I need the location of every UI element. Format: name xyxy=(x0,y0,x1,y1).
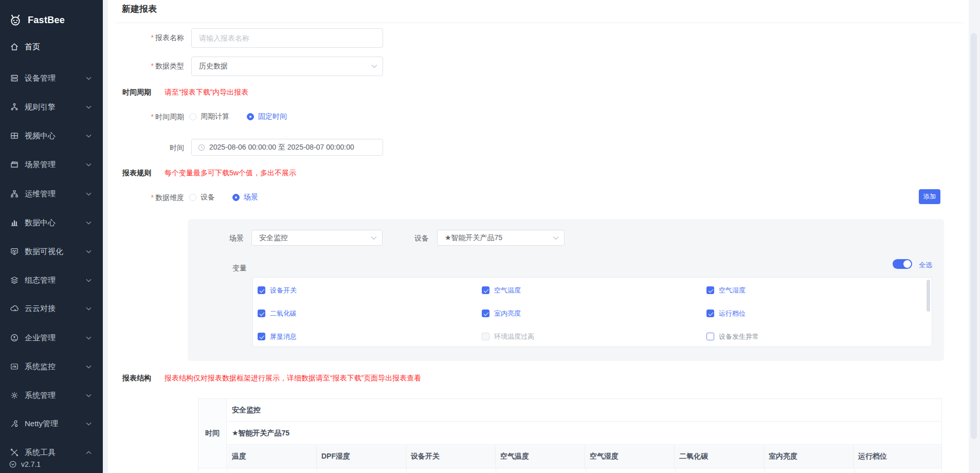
sidebar-item-video-center[interactable]: 视频中心 xyxy=(0,124,103,147)
chevron-down-icon xyxy=(86,365,92,369)
required-mark: * xyxy=(151,193,154,202)
clock-icon xyxy=(198,144,205,151)
checkbox-var-3[interactable]: 二氧化碳 xyxy=(258,302,482,325)
sidebar-item-system-monitor[interactable]: 系统监控 xyxy=(0,355,103,378)
checkbox-var-8[interactable]: 设备发生异常 xyxy=(706,325,931,347)
radio-fixed-time[interactable]: 固定时间 xyxy=(247,112,287,121)
section-report-structure-hint: 报表结构仅对报表数据框架进行展示，详细数据请至“报表下载”页面导出报表查看 xyxy=(165,374,421,383)
variables-panel: 设备开关 空气温度 空气湿度 二氧化碳 室内亮度 运行档位 xyxy=(252,277,932,347)
sidebar-item-netty-mgmt[interactable]: Netty管理 xyxy=(0,412,103,435)
checkbox-icon xyxy=(258,286,265,294)
chevron-down-icon xyxy=(86,250,92,253)
radio-device[interactable]: 设备 xyxy=(189,193,215,202)
chevron-up-icon xyxy=(86,451,92,454)
layers-icon xyxy=(10,276,19,285)
checkbox-var-6[interactable]: 屏显消息 xyxy=(258,325,482,347)
scene-select[interactable]: 安全监控 xyxy=(251,230,383,246)
chevron-down-icon xyxy=(86,307,92,311)
sidebar-item-device-mgmt[interactable]: 设备管理 xyxy=(0,67,103,89)
chevron-down-icon xyxy=(86,105,92,109)
required-mark: * xyxy=(151,33,154,42)
select-all-toggle[interactable] xyxy=(893,259,912,269)
chevron-down-icon xyxy=(86,422,92,426)
add-button[interactable]: 添加 xyxy=(919,189,940,204)
sidebar-item-config-mgmt[interactable]: 组态管理 xyxy=(0,269,103,292)
device-value: ★智能开关产品75 xyxy=(445,233,502,243)
title-divider xyxy=(116,23,964,23)
table-column-header: 空气湿度 xyxy=(585,445,675,468)
sidebar-item-cloud-link[interactable]: 云云对接 xyxy=(0,297,103,320)
checkbox-var-1[interactable]: 空气温度 xyxy=(482,279,706,302)
report-name-input[interactable] xyxy=(199,34,375,42)
sidebar-item-rule-engine[interactable]: 规则引擎 xyxy=(0,96,103,118)
radio-scene[interactable]: 场景 xyxy=(232,193,258,202)
panel-scrollbar-thumb[interactable] xyxy=(927,280,930,312)
report-name-input-wrap xyxy=(191,28,383,48)
brand-logo[interactable]: FastBee xyxy=(0,8,103,32)
sidebar-item-data-viz[interactable]: 数据可视化 xyxy=(0,240,103,263)
radio-icon xyxy=(247,113,254,120)
table-column-header: 温度 xyxy=(227,445,317,468)
time-range-picker[interactable]: 2025-08-06 00:00:00 至 2025-08-07 00:00:0… xyxy=(191,139,383,156)
report-structure-table: 时间 安全监控 ★智能开关产品75 温度 DPF湿度 设备开关 空气温度 空气湿… xyxy=(198,398,942,473)
sidebar-item-system-mgmt[interactable]: 系统管理 xyxy=(0,384,103,407)
checkbox-icon xyxy=(706,333,714,340)
netty-icon xyxy=(10,419,19,428)
scene-value: 安全监控 xyxy=(259,233,288,243)
section-time-period-hint: 请至“报表下载”内导出报表 xyxy=(165,88,248,97)
checkbox-var-7[interactable]: 环境温度过高 xyxy=(482,325,706,347)
sidebar-item-ops-mgmt[interactable]: 运维管理 xyxy=(0,183,103,205)
section-time-period-title: 时间周期 xyxy=(122,88,151,97)
select-all-label[interactable]: 全选 xyxy=(919,261,932,270)
sidebar-version: v2.7.1 xyxy=(0,457,103,472)
scene-icon xyxy=(10,160,19,169)
checkbox-icon xyxy=(706,310,714,317)
data-type-label: *数据类型 xyxy=(112,62,184,71)
time-range-value: 2025-08-06 00:00:00 至 2025-08-07 00:00:0… xyxy=(209,143,354,152)
page-scrollbar-track xyxy=(969,0,980,473)
radio-icon xyxy=(189,194,196,201)
data-type-select[interactable]: 历史数据 xyxy=(191,57,383,76)
chevron-down-icon xyxy=(371,236,377,240)
sidebar-item-home[interactable]: 首页 xyxy=(0,35,103,58)
table-column-header: 空气温度 xyxy=(496,445,585,468)
fastbee-bee-icon xyxy=(9,13,22,27)
section-report-rule: 报表规则 每个变量最多可下载5w个值，多出不展示 xyxy=(122,169,296,178)
toggle-knob xyxy=(903,260,911,268)
time-range-label: 时间 xyxy=(112,143,184,153)
data-type-value: 历史数据 xyxy=(199,62,228,71)
checkbox-icon xyxy=(258,333,265,340)
chevron-down-icon xyxy=(86,336,92,340)
sidebar-item-enterprise-mgmt[interactable]: 企业管理 xyxy=(0,326,103,349)
chevron-down-icon xyxy=(86,279,92,282)
data-viz-icon xyxy=(10,247,19,256)
checkbox-var-5[interactable]: 运行档位 xyxy=(706,302,931,325)
checkbox-icon xyxy=(482,310,489,317)
report-rule-card: 场景 安全监控 设备 ★智能开关产品75 变量 全选 设备开关 xyxy=(188,219,944,361)
section-time-period: 时间周期 请至“报表下载”内导出报表 xyxy=(122,88,248,97)
video-center-icon xyxy=(10,131,19,140)
table-column-header: 设备开关 xyxy=(406,445,496,468)
section-report-rule-hint: 每个变量最多可下载5w个值，多出不展示 xyxy=(165,169,296,178)
table-time-header: 时间 xyxy=(198,399,227,468)
gear-icon xyxy=(10,391,19,400)
checkbox-var-2[interactable]: 空气湿度 xyxy=(706,279,931,302)
device-icon xyxy=(10,74,19,83)
checkbox-var-0[interactable]: 设备开关 xyxy=(258,279,482,302)
variables-label: 变量 xyxy=(232,264,247,273)
table-column-header: 二氧化碳 xyxy=(675,445,764,468)
circle-chevron-down-icon xyxy=(9,460,17,468)
tools-icon xyxy=(10,448,19,457)
chevron-down-icon xyxy=(86,394,92,397)
table-column-header-row: 温度 DPF湿度 设备开关 空气温度 空气湿度 二氧化碳 室内亮度 运行档位 xyxy=(227,445,941,468)
time-cycle-label: *时间周期 xyxy=(112,113,184,122)
sidebar-item-scene-mgmt[interactable]: 场景管理 xyxy=(0,153,103,176)
device-select[interactable]: ★智能开关产品75 xyxy=(437,230,565,246)
page-scrollbar-thumb[interactable] xyxy=(971,33,977,439)
checkbox-var-4[interactable]: 室内亮度 xyxy=(482,302,706,325)
rule-engine-icon xyxy=(10,102,19,112)
sidebar-item-data-center[interactable]: 数据中心 xyxy=(0,211,103,234)
radio-cycle-calc[interactable]: 周期计算 xyxy=(189,112,229,121)
chevron-down-icon xyxy=(371,64,377,68)
brand-name: FastBee xyxy=(28,15,65,26)
